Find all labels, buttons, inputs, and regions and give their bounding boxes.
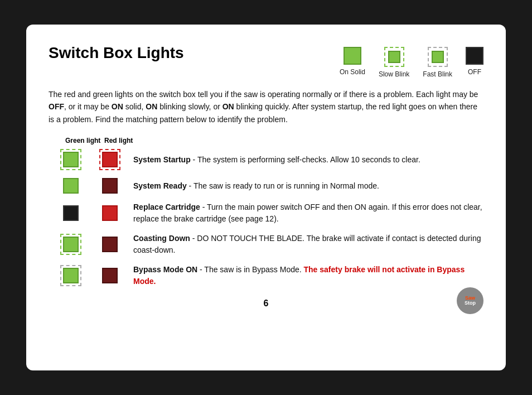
fast-blink-label: Fast Blink	[423, 70, 452, 78]
red-solid-dark-bypass	[102, 268, 118, 283]
green-cell-coasting	[49, 234, 93, 255]
light-icons-legend: On Solid Slow Blink Fast Blink OFF	[340, 47, 483, 78]
legend-on-solid: On Solid	[340, 47, 365, 76]
red-light-header: Red light	[104, 137, 138, 144]
red-cell-ready	[93, 178, 127, 194]
startup-text: System Startup - The system is performin…	[133, 154, 483, 166]
green-cell-ready	[49, 178, 93, 194]
bypass-text: Bypass Mode ON - The saw is in Bypass Mo…	[133, 264, 483, 287]
table-row: System Startup - The system is performin…	[49, 149, 483, 170]
red-cell-coasting	[93, 237, 127, 252]
green-cell-startup	[49, 149, 93, 170]
table-row: System Ready - The saw is ready to run o…	[49, 178, 483, 194]
legend-off: OFF	[466, 47, 483, 76]
header-row: Switch Box Lights On Solid Slow Blink Fa…	[49, 45, 483, 78]
sawstop-logo: Saw Stop	[457, 287, 483, 314]
green-light-header: Green light	[65, 137, 104, 144]
logo-stop-text: Stop	[465, 301, 476, 306]
page-number: 6	[264, 298, 269, 309]
legend-fast-blink: Fast Blink	[423, 47, 452, 78]
green-cell-bypass	[49, 265, 93, 286]
cartridge-text: Replace Cartridge - Turn the main power …	[133, 201, 483, 225]
table-row: Coasting Down - DO NOT TOUCH THE BLADE. …	[49, 233, 483, 256]
fast-blink-icon	[428, 47, 448, 67]
footer: 6 Saw Stop	[49, 298, 483, 309]
slow-blink-label: Slow Blink	[379, 70, 409, 78]
main-page: Switch Box Lights On Solid Slow Blink Fa…	[26, 25, 506, 370]
column-headers: Green light Red light	[65, 137, 483, 144]
red-solid-dark-coasting	[102, 237, 118, 252]
off-label: OFF	[468, 68, 481, 76]
red-slow-blink-startup	[99, 149, 120, 170]
red-cell-startup	[93, 149, 127, 170]
table-row: Replace Cartridge - Turn the main power …	[49, 201, 483, 225]
green-slow-blink-startup	[60, 149, 81, 170]
red-cell-cartridge	[93, 205, 127, 221]
on-solid-label: On Solid	[340, 68, 365, 76]
legend-slow-blink: Slow Blink	[379, 47, 409, 78]
red-cell-bypass	[93, 268, 127, 283]
green-slow-blink-coasting	[60, 234, 81, 255]
slow-blink-icon	[384, 47, 404, 67]
red-solid-dark-ready	[102, 178, 118, 194]
status-rows-container: System Startup - The system is performin…	[49, 149, 483, 287]
green-solid-ready	[63, 178, 79, 194]
off-icon	[466, 47, 483, 65]
green-cell-cartridge	[49, 205, 93, 221]
green-off-cartridge	[63, 205, 79, 221]
red-solid-cartridge	[102, 205, 118, 221]
logo-circle: Saw Stop	[457, 287, 483, 314]
green-fast-blink-bypass	[60, 265, 81, 286]
page-title: Switch Box Lights	[49, 45, 184, 62]
intro-description: The red and green lights on the switch b…	[49, 88, 483, 126]
on-solid-icon	[344, 47, 361, 65]
ready-text: System Ready - The saw is ready to run o…	[133, 180, 483, 192]
table-row: Bypass Mode ON - The saw is in Bypass Mo…	[49, 264, 483, 287]
coasting-text: Coasting Down - DO NOT TOUCH THE BLADE. …	[133, 233, 483, 256]
